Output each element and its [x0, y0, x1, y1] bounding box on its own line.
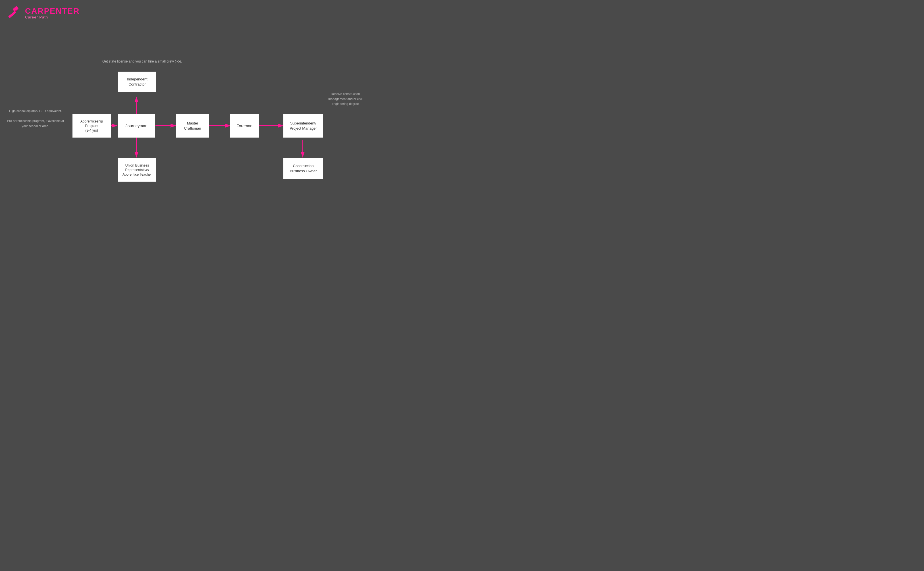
annotation-left-title: High school diploma/ GED equivalent. [6, 108, 65, 114]
diagram-area: Get state license and you can hire a sma… [0, 29, 369, 228]
box-foreman: Foreman [230, 114, 259, 137]
annotation-left: High school diploma/ GED equivalent. Pre… [6, 108, 65, 128]
svg-rect-0 [8, 11, 16, 18]
box-master-craftsman: Master Craftsman [176, 114, 209, 137]
annotation-left-body: Pre-aprenticeship program, if available … [6, 119, 65, 128]
box-construction-owner: Construction Business Owner [283, 158, 323, 179]
logo-icon [7, 5, 22, 21]
page-title: CARPENTER [25, 7, 80, 15]
box-journeyman: Journeyman [118, 114, 155, 137]
page-subtitle: Career Path [25, 15, 80, 19]
box-apprenticeship: Apprenticeship Program (3-4 yrs) [73, 114, 111, 137]
header-text: CARPENTER Career Path [25, 7, 80, 19]
box-superintendent: Superintendent/ Project Manager [283, 114, 323, 137]
annotation-top: Get state license and you can hire a sma… [91, 59, 193, 64]
annotation-right: Receive construction management and/or c… [327, 91, 364, 106]
header: CARPENTER Career Path [0, 0, 369, 26]
box-union-business: Union Business Representative/ Apprentic… [118, 158, 156, 182]
box-independent-contractor: Independent Contractor [118, 72, 156, 92]
